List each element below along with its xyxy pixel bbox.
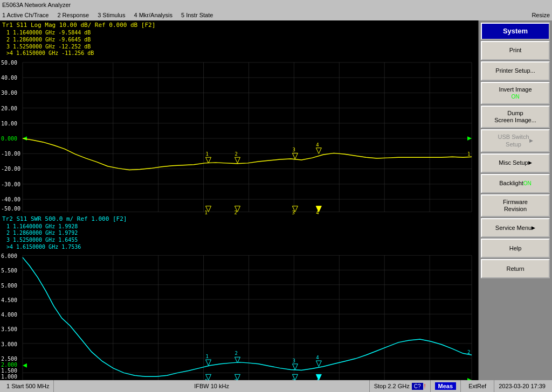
help-button[interactable]: Help [481,239,550,258]
svg-text:1   1.1640000 GHz   -9.5844 dB: 1 1.1640000 GHz -9.5844 dB [6,30,91,36]
svg-text:20.00: 20.00 [1,106,17,111]
svg-text:-20.00: -20.00 [1,166,20,172]
svg-text:1: 1 [205,210,208,215]
svg-text:1   1.1640000 GHz   1.9928: 1 1.1640000 GHz 1.9928 [6,223,78,229]
svg-text:3: 3 [292,148,295,153]
stop-freq: Stop 2.2 GHz C? ! [370,380,431,392]
svg-text:2: 2 [235,351,238,356]
status-bar: 1 Start 500 MHz IFBW 10 kHz Stop 2.2 GHz… [0,380,552,392]
c2-badge: C? [412,383,423,390]
return-button[interactable]: Return [481,259,550,278]
invert-image-button[interactable]: Invert ImageON [481,82,550,104]
menu-item-stimulus[interactable]: 3 Stimulus [98,12,125,18]
svg-text:2.000: 2.000 [1,362,17,368]
print-button[interactable]: Print [481,41,550,60]
svg-text:5.500: 5.500 [1,268,17,274]
system-button[interactable]: System [481,23,550,40]
svg-text:1.500: 1.500 [1,368,17,374]
svg-text:4: 4 [316,210,319,215]
svg-text:-50.00: -50.00 [1,206,20,212]
svg-text:4: 4 [316,142,319,148]
svg-text:0.000: 0.000 [1,136,17,142]
misc-setup-button[interactable]: Misc Setup [481,153,550,173]
extref-badge: ExtRef [465,382,489,390]
svg-text:3: 3 [292,210,294,215]
svg-text:-40.00: -40.00 [1,197,20,202]
svg-text:3.500: 3.500 [1,327,17,333]
svg-text:3: 3 [292,379,294,380]
meas-seg: Meas [431,380,461,392]
menu-item-active-ch[interactable]: 1 Active Ch/Trace [2,12,49,18]
svg-text:3.000: 3.000 [1,341,17,347]
app-title: E5063A Network Analyzer [2,2,71,8]
svg-text:1: 1 [206,151,209,157]
meas-badge: Meas [435,382,457,390]
svg-text:4.500: 4.500 [1,297,17,303]
usb-switch-button[interactable]: USB SwitchSetup ▶ [481,129,550,152]
svg-text:6.000: 6.000 [1,253,17,259]
invert-image-label: Invert ImageON [499,86,532,100]
svg-text:3   1.5250000 GHz   1.6455: 3 1.5250000 GHz 1.6455 [6,237,78,243]
extref-seg: ExtRef [461,380,494,392]
svg-text:Tr1 S11  Log Mag 10.00 dB/ Ref: Tr1 S11 Log Mag 10.00 dB/ Ref 0.000 dB [… [2,22,155,29]
exclaim: ! [424,383,426,389]
svg-text:50.00: 50.00 [1,60,17,66]
svg-text:4: 4 [316,355,319,360]
svg-text:2: 2 [234,210,237,215]
chart-svg: Tr1 S11 Log Mag 10.00 dB/ Ref 0.000 dB [… [0,20,478,380]
service-menu-button[interactable]: Service Menu [481,218,550,237]
svg-text:3: 3 [292,358,295,363]
svg-text:5.000: 5.000 [1,283,17,289]
svg-text:2   1.2860000 GHz   -9.6645 dB: 2 1.2860000 GHz -9.6645 dB [6,37,91,43]
svg-text:-10.00: -10.00 [1,151,20,157]
svg-text:1: 1 [206,354,209,359]
svg-text:>4   1.6150000 GHz  -11.256 dB: >4 1.6150000 GHz -11.256 dB [6,50,94,56]
svg-text:2: 2 [467,349,470,355]
datetime-seg: 2023-03-20 17:39 [494,380,550,392]
title-bar: E5063A Network Analyzer [0,0,552,10]
svg-text:3   1.5250000 GHz  -12.252 dB: 3 1.5250000 GHz -12.252 dB [6,44,91,50]
svg-text:40.00: 40.00 [1,75,17,81]
menu-bar: 1 Active Ch/Trace 2 Response 3 Stimulus … [0,10,552,20]
svg-text:10.00: 10.00 [1,121,17,127]
svg-text:2: 2 [235,151,238,157]
svg-text:1: 1 [467,151,470,157]
svg-text:1.000: 1.000 [1,374,17,380]
svg-text:Tr2 S11  SWR  500.0 m/ Ref 1.0: Tr2 S11 SWR 500.0 m/ Ref 1.000 [F2] [2,215,127,222]
dump-screen-button[interactable]: DumpScreen Image... [481,106,550,128]
resize-button[interactable]: Resize [532,12,550,18]
menu-item-response[interactable]: 2 Response [57,12,89,18]
svg-text:4.000: 4.000 [1,312,17,318]
menu-item-instr[interactable]: 5 Instr State [181,12,213,18]
svg-text:1: 1 [205,379,208,380]
svg-text:2: 2 [234,379,237,380]
start-freq: 1 Start 500 MHz [2,380,54,392]
sidebar: System Print Printer Setup... Invert Ima… [479,20,552,380]
ifbw: IFBW 10 kHz [54,380,369,392]
svg-text:-30.00: -30.00 [1,181,20,187]
menu-item-mkr[interactable]: 4 Mkr/Analysis [134,12,172,18]
chart-area: Tr1 S11 Log Mag 10.00 dB/ Ref 0.000 dB [… [0,20,479,380]
svg-text:2   1.2860000 GHz   1.9792: 2 1.2860000 GHz 1.9792 [6,230,78,236]
svg-rect-0 [0,20,478,380]
svg-text:2.500: 2.500 [1,356,17,362]
main-layout: Tr1 S11 Log Mag 10.00 dB/ Ref 0.000 dB [… [0,20,552,380]
svg-text:4: 4 [316,379,319,380]
svg-text:>4   1.6150000 GHz   1.7536: >4 1.6150000 GHz 1.7536 [6,244,81,250]
printer-setup-button[interactable]: Printer Setup... [481,61,550,81]
svg-text:30.00: 30.00 [1,90,17,96]
backlight-button[interactable]: BacklightON [481,174,550,193]
firmware-revision-button[interactable]: FirmwareRevision [481,194,550,217]
